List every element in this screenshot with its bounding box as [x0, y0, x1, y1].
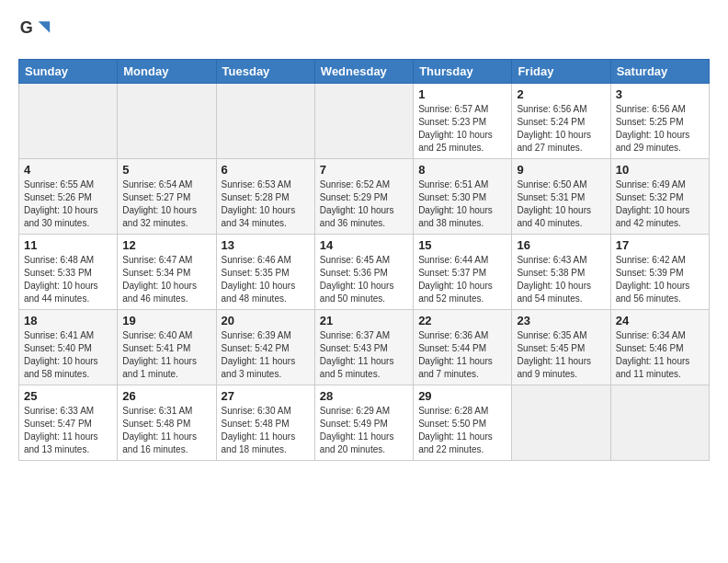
calendar-cell: 28Sunrise: 6:29 AM Sunset: 5:49 PM Dayli… [314, 385, 413, 461]
calendar-cell [314, 84, 413, 159]
calendar-cell [118, 84, 216, 159]
day-info: Sunrise: 6:35 AM Sunset: 5:45 PM Dayligh… [517, 329, 605, 381]
day-number: 9 [517, 163, 605, 177]
calendar-cell: 16Sunrise: 6:43 AM Sunset: 5:38 PM Dayli… [512, 235, 610, 310]
day-number: 11 [24, 238, 112, 252]
calendar-week-row: 4Sunrise: 6:55 AM Sunset: 5:26 PM Daylig… [19, 159, 710, 235]
day-info: Sunrise: 6:57 AM Sunset: 5:23 PM Dayligh… [418, 103, 506, 155]
day-info: Sunrise: 6:44 AM Sunset: 5:37 PM Dayligh… [418, 254, 506, 305]
day-info: Sunrise: 6:49 AM Sunset: 5:32 PM Dayligh… [616, 178, 704, 230]
day-info: Sunrise: 6:52 AM Sunset: 5:29 PM Dayligh… [320, 178, 408, 230]
calendar-cell: 19Sunrise: 6:40 AM Sunset: 5:41 PM Dayli… [118, 310, 216, 385]
calendar-cell: 20Sunrise: 6:39 AM Sunset: 5:42 PM Dayli… [216, 310, 314, 385]
day-number: 7 [320, 163, 408, 177]
calendar-week-row: 1Sunrise: 6:57 AM Sunset: 5:23 PM Daylig… [19, 84, 710, 159]
day-info: Sunrise: 6:36 AM Sunset: 5:44 PM Dayligh… [418, 329, 506, 381]
day-number: 20 [222, 314, 310, 327]
calendar-cell: 11Sunrise: 6:48 AM Sunset: 5:33 PM Dayli… [19, 235, 118, 310]
day-header: Tuesday [216, 60, 314, 84]
day-info: Sunrise: 6:46 AM Sunset: 5:35 PM Dayligh… [222, 254, 310, 305]
day-info: Sunrise: 6:37 AM Sunset: 5:43 PM Dayligh… [320, 329, 408, 381]
day-header: Wednesday [314, 60, 413, 84]
day-number: 29 [418, 389, 506, 403]
calendar-cell: 9Sunrise: 6:50 AM Sunset: 5:31 PM Daylig… [512, 159, 610, 235]
day-header: Sunday [19, 60, 118, 84]
day-info: Sunrise: 6:39 AM Sunset: 5:42 PM Dayligh… [222, 329, 310, 381]
calendar-cell: 23Sunrise: 6:35 AM Sunset: 5:45 PM Dayli… [512, 310, 610, 385]
calendar-cell [19, 84, 118, 159]
day-header: Monday [118, 60, 216, 84]
logo-icon: G [18, 15, 51, 48]
calendar-cell: 13Sunrise: 6:46 AM Sunset: 5:35 PM Dayli… [216, 235, 314, 310]
calendar-cell: 4Sunrise: 6:55 AM Sunset: 5:26 PM Daylig… [19, 159, 118, 235]
day-header: Saturday [610, 60, 709, 84]
calendar-cell: 18Sunrise: 6:41 AM Sunset: 5:40 PM Dayli… [19, 310, 118, 385]
logo: G [18, 15, 55, 48]
day-number: 25 [24, 389, 112, 403]
calendar-week-row: 25Sunrise: 6:33 AM Sunset: 5:47 PM Dayli… [19, 385, 710, 461]
calendar-cell: 25Sunrise: 6:33 AM Sunset: 5:47 PM Dayli… [19, 385, 118, 461]
calendar-cell: 15Sunrise: 6:44 AM Sunset: 5:37 PM Dayli… [414, 235, 512, 310]
calendar-cell: 12Sunrise: 6:47 AM Sunset: 5:34 PM Dayli… [118, 235, 216, 310]
calendar-cell: 17Sunrise: 6:42 AM Sunset: 5:39 PM Dayli… [610, 235, 709, 310]
day-info: Sunrise: 6:34 AM Sunset: 5:46 PM Dayligh… [616, 329, 704, 381]
day-info: Sunrise: 6:54 AM Sunset: 5:27 PM Dayligh… [122, 178, 210, 230]
day-number: 5 [122, 163, 210, 177]
day-number: 3 [616, 87, 704, 101]
day-info: Sunrise: 6:47 AM Sunset: 5:34 PM Dayligh… [122, 254, 210, 305]
calendar-cell: 3Sunrise: 6:56 AM Sunset: 5:25 PM Daylig… [610, 84, 709, 159]
day-number: 17 [616, 238, 704, 252]
day-number: 12 [122, 238, 210, 252]
day-info: Sunrise: 6:43 AM Sunset: 5:38 PM Dayligh… [517, 254, 605, 305]
day-info: Sunrise: 6:30 AM Sunset: 5:48 PM Dayligh… [222, 405, 310, 456]
day-number: 27 [222, 389, 310, 403]
day-header: Friday [512, 60, 610, 84]
calendar-cell: 26Sunrise: 6:31 AM Sunset: 5:48 PM Dayli… [118, 385, 216, 461]
calendar-cell [216, 84, 314, 159]
day-info: Sunrise: 6:50 AM Sunset: 5:31 PM Dayligh… [517, 178, 605, 230]
page-header: G [18, 15, 710, 48]
calendar-cell: 8Sunrise: 6:51 AM Sunset: 5:30 PM Daylig… [414, 159, 512, 235]
svg-marker-1 [39, 21, 51, 33]
day-number: 1 [418, 87, 506, 101]
day-info: Sunrise: 6:31 AM Sunset: 5:48 PM Dayligh… [122, 405, 210, 456]
calendar-body: 1Sunrise: 6:57 AM Sunset: 5:23 PM Daylig… [19, 84, 710, 461]
day-info: Sunrise: 6:51 AM Sunset: 5:30 PM Dayligh… [418, 178, 506, 230]
calendar-week-row: 18Sunrise: 6:41 AM Sunset: 5:40 PM Dayli… [19, 310, 710, 385]
day-info: Sunrise: 6:56 AM Sunset: 5:24 PM Dayligh… [517, 103, 605, 155]
day-number: 15 [418, 238, 506, 252]
calendar-cell: 21Sunrise: 6:37 AM Sunset: 5:43 PM Dayli… [314, 310, 413, 385]
calendar-cell: 24Sunrise: 6:34 AM Sunset: 5:46 PM Dayli… [610, 310, 709, 385]
day-header: Thursday [414, 60, 512, 84]
day-number: 24 [616, 314, 704, 327]
day-number: 21 [320, 314, 408, 327]
day-number: 13 [222, 238, 310, 252]
calendar-cell: 27Sunrise: 6:30 AM Sunset: 5:48 PM Dayli… [216, 385, 314, 461]
day-info: Sunrise: 6:56 AM Sunset: 5:25 PM Dayligh… [616, 103, 704, 155]
day-number: 10 [616, 163, 704, 177]
calendar-week-row: 11Sunrise: 6:48 AM Sunset: 5:33 PM Dayli… [19, 235, 710, 310]
day-info: Sunrise: 6:53 AM Sunset: 5:28 PM Dayligh… [222, 178, 310, 230]
day-number: 6 [222, 163, 310, 177]
day-number: 23 [517, 314, 605, 327]
calendar-header-row: SundayMondayTuesdayWednesdayThursdayFrid… [19, 60, 710, 84]
day-info: Sunrise: 6:41 AM Sunset: 5:40 PM Dayligh… [24, 329, 112, 381]
day-number: 14 [320, 238, 408, 252]
day-number: 22 [418, 314, 506, 327]
calendar-cell [512, 385, 610, 461]
calendar-cell: 29Sunrise: 6:28 AM Sunset: 5:50 PM Dayli… [414, 385, 512, 461]
calendar-table: SundayMondayTuesdayWednesdayThursdayFrid… [18, 59, 710, 461]
day-info: Sunrise: 6:33 AM Sunset: 5:47 PM Dayligh… [24, 405, 112, 456]
day-number: 19 [122, 314, 210, 327]
calendar-cell: 14Sunrise: 6:45 AM Sunset: 5:36 PM Dayli… [314, 235, 413, 310]
day-info: Sunrise: 6:48 AM Sunset: 5:33 PM Dayligh… [24, 254, 112, 305]
day-info: Sunrise: 6:45 AM Sunset: 5:36 PM Dayligh… [320, 254, 408, 305]
day-number: 28 [320, 389, 408, 403]
day-info: Sunrise: 6:40 AM Sunset: 5:41 PM Dayligh… [122, 329, 210, 381]
calendar-cell: 2Sunrise: 6:56 AM Sunset: 5:24 PM Daylig… [512, 84, 610, 159]
calendar-cell: 22Sunrise: 6:36 AM Sunset: 5:44 PM Dayli… [414, 310, 512, 385]
day-info: Sunrise: 6:28 AM Sunset: 5:50 PM Dayligh… [418, 405, 506, 456]
day-number: 26 [122, 389, 210, 403]
calendar-cell: 5Sunrise: 6:54 AM Sunset: 5:27 PM Daylig… [118, 159, 216, 235]
day-number: 8 [418, 163, 506, 177]
